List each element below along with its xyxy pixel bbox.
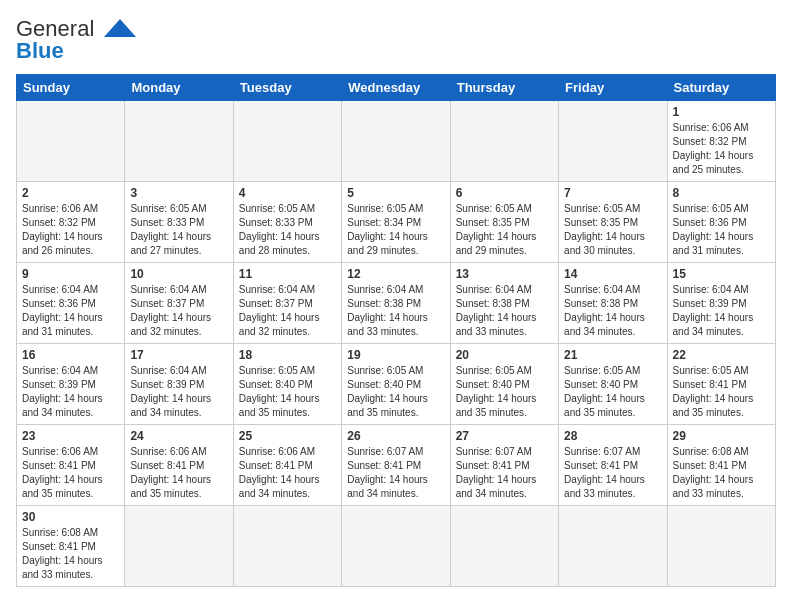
calendar-cell <box>667 506 775 587</box>
calendar-cell <box>450 506 558 587</box>
day-number: 29 <box>673 429 770 443</box>
day-info: Sunrise: 6:06 AM Sunset: 8:41 PM Dayligh… <box>239 445 336 501</box>
calendar-cell: 16Sunrise: 6:04 AM Sunset: 8:39 PM Dayli… <box>17 344 125 425</box>
day-info: Sunrise: 6:04 AM Sunset: 8:38 PM Dayligh… <box>456 283 553 339</box>
day-number: 12 <box>347 267 444 281</box>
weekday-header-saturday: Saturday <box>667 75 775 101</box>
logo-blue-text: Blue <box>16 38 64 64</box>
day-number: 16 <box>22 348 119 362</box>
svg-rect-1 <box>116 27 124 37</box>
calendar-cell <box>17 101 125 182</box>
day-number: 19 <box>347 348 444 362</box>
day-info: Sunrise: 6:05 AM Sunset: 8:40 PM Dayligh… <box>347 364 444 420</box>
calendar-cell: 21Sunrise: 6:05 AM Sunset: 8:40 PM Dayli… <box>559 344 667 425</box>
weekday-header-monday: Monday <box>125 75 233 101</box>
calendar-cell <box>342 101 450 182</box>
day-info: Sunrise: 6:07 AM Sunset: 8:41 PM Dayligh… <box>347 445 444 501</box>
calendar-cell <box>559 101 667 182</box>
day-info: Sunrise: 6:04 AM Sunset: 8:37 PM Dayligh… <box>130 283 227 339</box>
calendar-cell: 13Sunrise: 6:04 AM Sunset: 8:38 PM Dayli… <box>450 263 558 344</box>
week-row-6: 30Sunrise: 6:08 AM Sunset: 8:41 PM Dayli… <box>17 506 776 587</box>
calendar-cell <box>125 506 233 587</box>
day-info: Sunrise: 6:04 AM Sunset: 8:39 PM Dayligh… <box>130 364 227 420</box>
weekday-header-thursday: Thursday <box>450 75 558 101</box>
day-info: Sunrise: 6:04 AM Sunset: 8:39 PM Dayligh… <box>673 283 770 339</box>
calendar-cell <box>559 506 667 587</box>
calendar-cell: 22Sunrise: 6:05 AM Sunset: 8:41 PM Dayli… <box>667 344 775 425</box>
day-number: 9 <box>22 267 119 281</box>
day-number: 2 <box>22 186 119 200</box>
calendar-cell: 23Sunrise: 6:06 AM Sunset: 8:41 PM Dayli… <box>17 425 125 506</box>
day-info: Sunrise: 6:04 AM Sunset: 8:38 PM Dayligh… <box>564 283 661 339</box>
day-info: Sunrise: 6:05 AM Sunset: 8:40 PM Dayligh… <box>564 364 661 420</box>
day-number: 15 <box>673 267 770 281</box>
day-number: 21 <box>564 348 661 362</box>
weekday-header-row: SundayMondayTuesdayWednesdayThursdayFrid… <box>17 75 776 101</box>
week-row-4: 16Sunrise: 6:04 AM Sunset: 8:39 PM Dayli… <box>17 344 776 425</box>
day-number: 3 <box>130 186 227 200</box>
calendar-cell <box>125 101 233 182</box>
calendar-cell: 9Sunrise: 6:04 AM Sunset: 8:36 PM Daylig… <box>17 263 125 344</box>
day-number: 27 <box>456 429 553 443</box>
week-row-3: 9Sunrise: 6:04 AM Sunset: 8:36 PM Daylig… <box>17 263 776 344</box>
day-info: Sunrise: 6:04 AM Sunset: 8:37 PM Dayligh… <box>239 283 336 339</box>
calendar-cell: 14Sunrise: 6:04 AM Sunset: 8:38 PM Dayli… <box>559 263 667 344</box>
calendar-cell: 19Sunrise: 6:05 AM Sunset: 8:40 PM Dayli… <box>342 344 450 425</box>
calendar-cell: 12Sunrise: 6:04 AM Sunset: 8:38 PM Dayli… <box>342 263 450 344</box>
calendar-cell: 1Sunrise: 6:06 AM Sunset: 8:32 PM Daylig… <box>667 101 775 182</box>
calendar-cell: 10Sunrise: 6:04 AM Sunset: 8:37 PM Dayli… <box>125 263 233 344</box>
calendar-cell: 17Sunrise: 6:04 AM Sunset: 8:39 PM Dayli… <box>125 344 233 425</box>
day-info: Sunrise: 6:05 AM Sunset: 8:40 PM Dayligh… <box>239 364 336 420</box>
day-info: Sunrise: 6:08 AM Sunset: 8:41 PM Dayligh… <box>22 526 119 582</box>
calendar-cell: 4Sunrise: 6:05 AM Sunset: 8:33 PM Daylig… <box>233 182 341 263</box>
weekday-header-friday: Friday <box>559 75 667 101</box>
weekday-header-sunday: Sunday <box>17 75 125 101</box>
day-number: 26 <box>347 429 444 443</box>
day-number: 8 <box>673 186 770 200</box>
day-info: Sunrise: 6:07 AM Sunset: 8:41 PM Dayligh… <box>564 445 661 501</box>
day-number: 1 <box>673 105 770 119</box>
day-number: 20 <box>456 348 553 362</box>
calendar-cell: 3Sunrise: 6:05 AM Sunset: 8:33 PM Daylig… <box>125 182 233 263</box>
day-number: 11 <box>239 267 336 281</box>
logo-icon <box>98 17 142 41</box>
day-number: 13 <box>456 267 553 281</box>
calendar-cell: 15Sunrise: 6:04 AM Sunset: 8:39 PM Dayli… <box>667 263 775 344</box>
calendar-cell: 30Sunrise: 6:08 AM Sunset: 8:41 PM Dayli… <box>17 506 125 587</box>
calendar-cell: 5Sunrise: 6:05 AM Sunset: 8:34 PM Daylig… <box>342 182 450 263</box>
day-info: Sunrise: 6:05 AM Sunset: 8:35 PM Dayligh… <box>456 202 553 258</box>
weekday-header-wednesday: Wednesday <box>342 75 450 101</box>
day-info: Sunrise: 6:06 AM Sunset: 8:32 PM Dayligh… <box>22 202 119 258</box>
calendar-cell: 29Sunrise: 6:08 AM Sunset: 8:41 PM Dayli… <box>667 425 775 506</box>
day-number: 17 <box>130 348 227 362</box>
calendar-cell: 20Sunrise: 6:05 AM Sunset: 8:40 PM Dayli… <box>450 344 558 425</box>
calendar-cell <box>233 506 341 587</box>
day-number: 23 <box>22 429 119 443</box>
day-info: Sunrise: 6:05 AM Sunset: 8:33 PM Dayligh… <box>130 202 227 258</box>
calendar-table: SundayMondayTuesdayWednesdayThursdayFrid… <box>16 74 776 587</box>
calendar-cell: 6Sunrise: 6:05 AM Sunset: 8:35 PM Daylig… <box>450 182 558 263</box>
day-info: Sunrise: 6:06 AM Sunset: 8:41 PM Dayligh… <box>22 445 119 501</box>
week-row-2: 2Sunrise: 6:06 AM Sunset: 8:32 PM Daylig… <box>17 182 776 263</box>
calendar-cell: 26Sunrise: 6:07 AM Sunset: 8:41 PM Dayli… <box>342 425 450 506</box>
day-info: Sunrise: 6:07 AM Sunset: 8:41 PM Dayligh… <box>456 445 553 501</box>
calendar-cell <box>233 101 341 182</box>
day-number: 30 <box>22 510 119 524</box>
calendar-cell: 7Sunrise: 6:05 AM Sunset: 8:35 PM Daylig… <box>559 182 667 263</box>
calendar-cell: 28Sunrise: 6:07 AM Sunset: 8:41 PM Dayli… <box>559 425 667 506</box>
day-number: 4 <box>239 186 336 200</box>
day-number: 7 <box>564 186 661 200</box>
calendar-cell: 2Sunrise: 6:06 AM Sunset: 8:32 PM Daylig… <box>17 182 125 263</box>
day-info: Sunrise: 6:06 AM Sunset: 8:32 PM Dayligh… <box>673 121 770 177</box>
day-info: Sunrise: 6:04 AM Sunset: 8:36 PM Dayligh… <box>22 283 119 339</box>
day-number: 18 <box>239 348 336 362</box>
day-number: 10 <box>130 267 227 281</box>
day-number: 28 <box>564 429 661 443</box>
day-number: 22 <box>673 348 770 362</box>
calendar-cell: 25Sunrise: 6:06 AM Sunset: 8:41 PM Dayli… <box>233 425 341 506</box>
week-row-1: 1Sunrise: 6:06 AM Sunset: 8:32 PM Daylig… <box>17 101 776 182</box>
day-info: Sunrise: 6:04 AM Sunset: 8:39 PM Dayligh… <box>22 364 119 420</box>
day-number: 24 <box>130 429 227 443</box>
calendar-cell: 11Sunrise: 6:04 AM Sunset: 8:37 PM Dayli… <box>233 263 341 344</box>
logo-area: General Blue <box>16 16 142 64</box>
